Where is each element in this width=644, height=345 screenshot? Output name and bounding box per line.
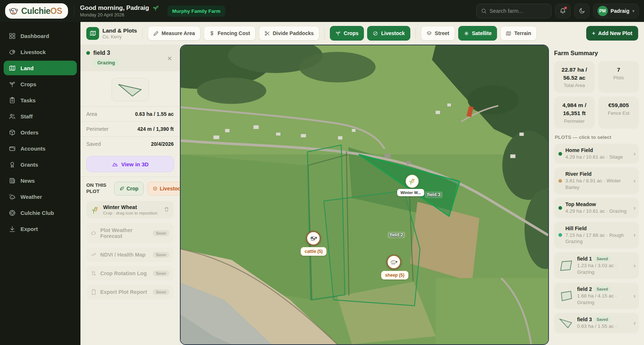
winter-wheat-marker[interactable]	[406, 175, 419, 188]
crop-item-winter-wheat[interactable]: Winter Wheat Crop · drag icon to reposit…	[86, 201, 174, 219]
cloud-sun-icon	[8, 193, 16, 200]
close-icon[interactable]: ✕	[167, 56, 172, 62]
wheat-icon	[91, 205, 99, 214]
sidebar-item-label: Staff	[20, 113, 33, 120]
plot-card-top-meadow[interactable]: Top Meadow 4.29 ha / 10.61 ac · Grazing …	[554, 198, 639, 218]
plot-shape-thumbnail	[558, 317, 574, 329]
sidebar-item-grants[interactable]: Grants	[4, 157, 77, 172]
plot-type-badge: Grazing	[93, 59, 119, 67]
leaf-circle-icon	[373, 31, 378, 36]
on-this-plot-section: ON THIS PLOT Crop Livestock	[80, 177, 180, 200]
stat-fence-estimate: €59,805 Fence Est	[598, 96, 639, 128]
user-menu[interactable]: PM Padraig ▾	[593, 4, 639, 18]
moon-icon	[579, 8, 585, 14]
plot-detail-panel: field 3 Grazing ✕ Area0.63 ha / 1.55 ac …	[80, 45, 180, 345]
sidebar-item-label: Culchie Club	[20, 210, 54, 216]
search-box[interactable]	[476, 4, 551, 18]
stat-plots: 7 Plots	[598, 61, 639, 93]
plots-list-header: PLOTS — click to select	[555, 134, 638, 140]
stat-total-area: 22.87 ha / 56.52 ac Total Area	[554, 61, 595, 93]
on-this-plot-label: ON THIS PLOT	[86, 182, 110, 195]
field2-polygon	[324, 191, 420, 306]
chevron-right-icon: ›	[633, 150, 636, 158]
plot-card-home-field[interactable]: Home Field 4.29 ha / 10.61 ac · Silage ›	[554, 144, 639, 164]
sidebar-item-tasks[interactable]: Tasks	[4, 93, 77, 107]
file-icon	[91, 289, 97, 295]
add-new-plot-button[interactable]: + Add New Plot	[586, 26, 638, 41]
fencing-cost-button[interactable]: Fencing Cost	[204, 26, 256, 41]
cloud-icon	[91, 230, 97, 236]
top-header: CulchieOS Good morning, Padraig Monday 2…	[0, 0, 644, 22]
sidebar-item-accounts[interactable]: Accounts	[4, 141, 77, 156]
app-logo[interactable]: CulchieOS	[5, 3, 68, 19]
sidebar-item-label: Crops	[20, 81, 36, 87]
cattle-marker[interactable]	[306, 231, 321, 246]
soon-badge: Soon	[153, 270, 170, 276]
winter-wheat-map-label[interactable]: Winter W...	[397, 189, 424, 196]
stat-perimeter: 4,984 m / 16,351 ft Perimeter	[554, 96, 595, 128]
sheep-icon	[390, 259, 398, 265]
plot-card-field-1[interactable]: field 1Saved 1.23 ha / 3.03 ac · Grazing…	[554, 252, 639, 279]
newspaper-icon	[8, 177, 16, 184]
plot-status-dot	[558, 206, 562, 210]
sidebar-item-orders[interactable]: Orders	[4, 125, 77, 140]
farm-summary-panel: Farm Summary 22.87 ha / 56.52 ac Total A…	[549, 45, 644, 345]
farm-badge[interactable]: Murphy Family Farm	[167, 5, 225, 17]
satellite-layer-button[interactable]: Satellite	[458, 26, 497, 41]
sheep-count-label[interactable]: sheep (5)	[381, 271, 408, 280]
steak-icon	[8, 48, 16, 56]
sidebar-item-land[interactable]: Land	[4, 61, 77, 75]
terrain-layer-button[interactable]: Terrain	[500, 26, 536, 41]
measure-area-button[interactable]: Measure Area	[148, 26, 200, 41]
dashboard-icon	[8, 32, 16, 39]
street-layer-button[interactable]: Street	[421, 26, 455, 41]
map[interactable]: Winter W... field 3 field 2 cattle (5)	[180, 45, 549, 345]
sheep-marker[interactable]	[387, 255, 401, 269]
header-date: Monday 20 April 2026	[80, 12, 159, 18]
add-crop-button[interactable]: Crop	[114, 182, 144, 196]
chevron-right-icon: ›	[633, 177, 636, 185]
pencil-icon	[153, 31, 159, 36]
map-icon	[8, 64, 16, 72]
plot-card-river-field[interactable]: River Field 3.61 ha / 8.91 ac · Winter B…	[554, 167, 639, 194]
dark-mode-toggle[interactable]	[574, 4, 590, 18]
plus-icon: +	[592, 30, 595, 36]
search-input[interactable]	[490, 8, 545, 14]
plot-card-hill-field[interactable]: Hill Field 7.15 ha / 17.68 ac · Rough Gr…	[554, 222, 639, 249]
sidebar-item-culchie-club[interactable]: Culchie Club	[4, 205, 77, 220]
plot-shape-preview	[112, 78, 149, 101]
wheat-icon	[408, 177, 416, 185]
brand-name: CulchieOS	[21, 6, 62, 16]
sidebar: Dashboard Livestock Land Crops Tasks Sta…	[0, 22, 80, 345]
add-livestock-button[interactable]: Livestock	[147, 182, 180, 196]
chevron-right-icon: ›	[633, 319, 636, 327]
sidebar-item-news[interactable]: News	[4, 173, 77, 188]
crops-toggle-button[interactable]: Crops	[330, 26, 364, 41]
trash-icon[interactable]	[164, 206, 169, 213]
plot-card-field-3[interactable]: field 3Saved 0.63 ha / 1.55 ac · ›	[554, 313, 639, 333]
sidebar-item-staff[interactable]: Staff	[4, 109, 77, 124]
plot-status-dot	[558, 233, 562, 237]
sidebar-item-dashboard[interactable]: Dashboard	[4, 29, 77, 43]
livestock-toggle-button[interactable]: Livestock	[367, 26, 410, 41]
sidebar-item-label: Grants	[20, 162, 38, 168]
chevron-right-icon: ›	[633, 231, 636, 239]
sidebar-item-label: News	[20, 178, 35, 184]
sidebar-item-crops[interactable]: Crops	[4, 77, 77, 91]
divide-paddocks-button[interactable]: Divide Paddocks	[259, 26, 319, 41]
toolbar-divider	[324, 28, 325, 39]
search-icon	[481, 8, 487, 14]
hoof-icon	[152, 186, 158, 191]
sidebar-item-weather[interactable]: Weather	[4, 189, 77, 204]
plot-card-field-2[interactable]: field 2Saved 1.68 ha / 4.15 ac · Grazing…	[554, 283, 639, 309]
cattle-count-label[interactable]: cattle (5)	[301, 247, 327, 256]
sidebar-item-livestock[interactable]: Livestock	[4, 45, 77, 59]
notifications-button[interactable]	[555, 4, 570, 18]
view-in-3d-button[interactable]: View in 3D	[86, 156, 174, 172]
notification-dot	[564, 7, 567, 9]
plot-weather-forecast-item: Plot Weather Forecast Soon	[86, 223, 174, 243]
users-icon	[8, 113, 16, 120]
sidebar-item-export[interactable]: Export	[4, 221, 77, 236]
section-title-block: Land & Plots Co. Kerry	[102, 27, 137, 39]
wallet-icon	[8, 145, 16, 152]
